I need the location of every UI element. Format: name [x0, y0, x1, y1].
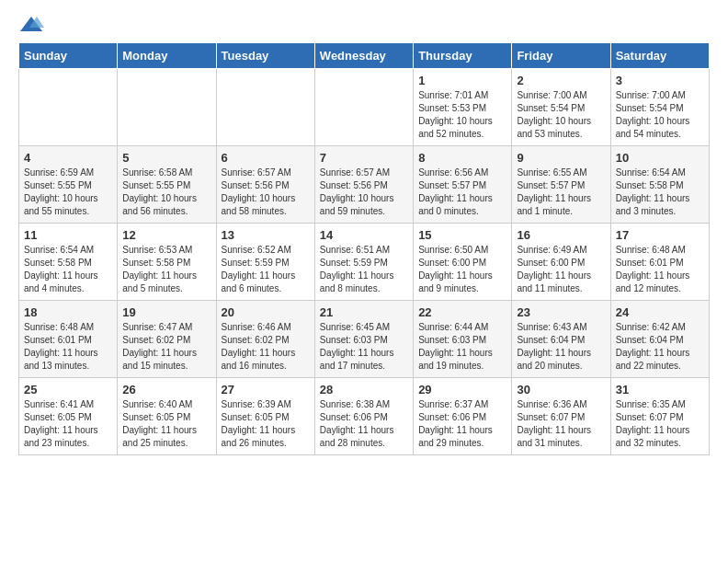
day-detail: Sunrise: 6:56 AM Sunset: 5:57 PM Dayligh…: [418, 167, 506, 218]
day-detail: Sunrise: 6:58 AM Sunset: 5:55 PM Dayligh…: [122, 167, 210, 218]
day-number: 2: [517, 74, 605, 87]
day-number: 30: [517, 383, 605, 396]
calendar-table: SundayMondayTuesdayWednesdayThursdayFrid…: [18, 42, 710, 455]
calendar-cell: 25Sunrise: 6:41 AM Sunset: 6:05 PM Dayli…: [19, 378, 118, 455]
day-detail: Sunrise: 6:36 AM Sunset: 6:07 PM Dayligh…: [517, 398, 605, 450]
calendar-cell: 5Sunrise: 6:58 AM Sunset: 5:55 PM Daylig…: [118, 146, 216, 224]
day-number: 22: [418, 305, 506, 319]
day-number: 9: [517, 151, 605, 165]
logo: [18, 15, 48, 35]
calendar-week-3: 11Sunrise: 6:54 AM Sunset: 5:58 PM Dayli…: [19, 224, 710, 301]
calendar-cell: [19, 69, 118, 146]
day-number: 11: [24, 228, 112, 242]
weekday-header-saturday: Saturday: [610, 43, 709, 69]
calendar-cell: [314, 69, 413, 146]
day-detail: Sunrise: 6:39 AM Sunset: 6:05 PM Dayligh…: [222, 398, 310, 450]
weekday-header-monday: Monday: [118, 43, 216, 69]
day-number: 17: [616, 228, 704, 242]
day-number: 14: [320, 228, 408, 242]
day-detail: Sunrise: 6:42 AM Sunset: 6:04 PM Dayligh…: [616, 321, 704, 373]
day-number: 28: [320, 383, 408, 396]
day-detail: Sunrise: 6:50 AM Sunset: 6:00 PM Dayligh…: [418, 244, 506, 295]
day-detail: Sunrise: 6:52 AM Sunset: 5:59 PM Dayligh…: [222, 244, 310, 295]
calendar-cell: 18Sunrise: 6:48 AM Sunset: 6:01 PM Dayli…: [19, 301, 118, 378]
calendar-cell: 19Sunrise: 6:47 AM Sunset: 6:02 PM Dayli…: [118, 301, 216, 378]
calendar-cell: 14Sunrise: 6:51 AM Sunset: 5:59 PM Dayli…: [314, 224, 413, 301]
calendar-cell: 23Sunrise: 6:43 AM Sunset: 6:04 PM Dayli…: [512, 301, 610, 378]
day-detail: Sunrise: 6:49 AM Sunset: 6:00 PM Dayligh…: [517, 244, 605, 295]
day-number: 16: [517, 228, 605, 242]
day-number: 1: [418, 74, 506, 87]
day-detail: Sunrise: 6:37 AM Sunset: 6:06 PM Dayligh…: [418, 398, 506, 450]
day-detail: Sunrise: 7:00 AM Sunset: 5:54 PM Dayligh…: [616, 89, 704, 141]
logo-icon: [18, 15, 44, 35]
day-detail: Sunrise: 6:38 AM Sunset: 6:06 PM Dayligh…: [320, 398, 408, 450]
calendar-cell: [118, 69, 216, 146]
calendar-cell: 21Sunrise: 6:45 AM Sunset: 6:03 PM Dayli…: [314, 301, 413, 378]
calendar-cell: 13Sunrise: 6:52 AM Sunset: 5:59 PM Dayli…: [216, 224, 314, 301]
calendar-cell: 6Sunrise: 6:57 AM Sunset: 5:56 PM Daylig…: [216, 146, 314, 224]
day-detail: Sunrise: 6:40 AM Sunset: 6:05 PM Dayligh…: [122, 398, 210, 450]
day-detail: Sunrise: 6:45 AM Sunset: 6:03 PM Dayligh…: [320, 321, 408, 373]
day-detail: Sunrise: 6:54 AM Sunset: 5:58 PM Dayligh…: [24, 244, 112, 295]
calendar-cell: 2Sunrise: 7:00 AM Sunset: 5:54 PM Daylig…: [512, 69, 610, 146]
weekday-header-sunday: Sunday: [19, 43, 118, 69]
calendar-cell: 7Sunrise: 6:57 AM Sunset: 5:56 PM Daylig…: [314, 146, 413, 224]
day-number: 21: [320, 305, 408, 319]
day-number: 5: [122, 151, 210, 165]
day-number: 4: [24, 151, 112, 165]
weekday-header-thursday: Thursday: [414, 43, 512, 69]
day-number: 13: [222, 228, 310, 242]
calendar-cell: 26Sunrise: 6:40 AM Sunset: 6:05 PM Dayli…: [118, 378, 216, 455]
calendar-cell: 17Sunrise: 6:48 AM Sunset: 6:01 PM Dayli…: [610, 224, 709, 301]
page-header: [18, 15, 710, 35]
calendar-week-4: 18Sunrise: 6:48 AM Sunset: 6:01 PM Dayli…: [19, 301, 710, 378]
calendar-cell: [216, 69, 314, 146]
calendar-cell: 16Sunrise: 6:49 AM Sunset: 6:00 PM Dayli…: [512, 224, 610, 301]
day-detail: Sunrise: 6:48 AM Sunset: 6:01 PM Dayligh…: [616, 244, 704, 295]
day-number: 29: [418, 383, 506, 396]
weekday-header-friday: Friday: [512, 43, 610, 69]
day-number: 6: [222, 151, 310, 165]
day-detail: Sunrise: 6:51 AM Sunset: 5:59 PM Dayligh…: [320, 244, 408, 295]
day-detail: Sunrise: 7:01 AM Sunset: 5:53 PM Dayligh…: [418, 89, 506, 141]
calendar-cell: 11Sunrise: 6:54 AM Sunset: 5:58 PM Dayli…: [19, 224, 118, 301]
day-number: 31: [616, 383, 704, 396]
day-detail: Sunrise: 6:47 AM Sunset: 6:02 PM Dayligh…: [122, 321, 210, 373]
day-number: 26: [122, 383, 210, 396]
calendar-cell: 10Sunrise: 6:54 AM Sunset: 5:58 PM Dayli…: [610, 146, 709, 224]
day-detail: Sunrise: 6:59 AM Sunset: 5:55 PM Dayligh…: [24, 167, 112, 218]
calendar-cell: 31Sunrise: 6:35 AM Sunset: 6:07 PM Dayli…: [610, 378, 709, 455]
day-detail: Sunrise: 6:41 AM Sunset: 6:05 PM Dayligh…: [24, 398, 112, 450]
day-number: 24: [616, 305, 704, 319]
day-number: 27: [222, 383, 310, 396]
day-detail: Sunrise: 6:57 AM Sunset: 5:56 PM Dayligh…: [320, 167, 408, 218]
calendar-cell: 12Sunrise: 6:53 AM Sunset: 5:58 PM Dayli…: [118, 224, 216, 301]
calendar-week-5: 25Sunrise: 6:41 AM Sunset: 6:05 PM Dayli…: [19, 378, 710, 455]
day-detail: Sunrise: 6:46 AM Sunset: 6:02 PM Dayligh…: [222, 321, 310, 373]
calendar-week-1: 1Sunrise: 7:01 AM Sunset: 5:53 PM Daylig…: [19, 69, 710, 146]
day-number: 10: [616, 151, 704, 165]
calendar-week-2: 4Sunrise: 6:59 AM Sunset: 5:55 PM Daylig…: [19, 146, 710, 224]
day-number: 3: [616, 74, 704, 87]
day-number: 12: [122, 228, 210, 242]
day-number: 25: [24, 383, 112, 396]
calendar-cell: 24Sunrise: 6:42 AM Sunset: 6:04 PM Dayli…: [610, 301, 709, 378]
calendar-cell: 3Sunrise: 7:00 AM Sunset: 5:54 PM Daylig…: [610, 69, 709, 146]
day-number: 8: [418, 151, 506, 165]
day-detail: Sunrise: 6:35 AM Sunset: 6:07 PM Dayligh…: [616, 398, 704, 450]
calendar-cell: 4Sunrise: 6:59 AM Sunset: 5:55 PM Daylig…: [19, 146, 118, 224]
calendar-cell: 22Sunrise: 6:44 AM Sunset: 6:03 PM Dayli…: [414, 301, 512, 378]
calendar-cell: 1Sunrise: 7:01 AM Sunset: 5:53 PM Daylig…: [414, 69, 512, 146]
calendar-cell: 27Sunrise: 6:39 AM Sunset: 6:05 PM Dayli…: [216, 378, 314, 455]
calendar-cell: 28Sunrise: 6:38 AM Sunset: 6:06 PM Dayli…: [314, 378, 413, 455]
day-number: 7: [320, 151, 408, 165]
day-detail: Sunrise: 6:57 AM Sunset: 5:56 PM Dayligh…: [222, 167, 310, 218]
day-detail: Sunrise: 6:44 AM Sunset: 6:03 PM Dayligh…: [418, 321, 506, 373]
weekday-header-wednesday: Wednesday: [314, 43, 413, 69]
day-number: 18: [24, 305, 112, 319]
calendar-cell: 8Sunrise: 6:56 AM Sunset: 5:57 PM Daylig…: [414, 146, 512, 224]
calendar-cell: 29Sunrise: 6:37 AM Sunset: 6:06 PM Dayli…: [414, 378, 512, 455]
calendar-cell: 20Sunrise: 6:46 AM Sunset: 6:02 PM Dayli…: [216, 301, 314, 378]
weekday-header-tuesday: Tuesday: [216, 43, 314, 69]
